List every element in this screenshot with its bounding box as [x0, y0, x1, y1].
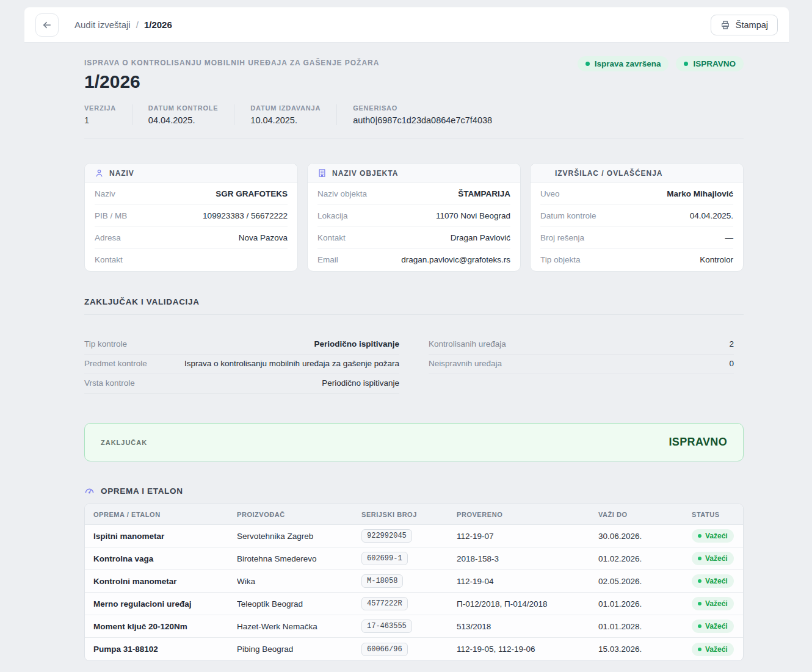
conclusion-banner: ZAKLJUČAK ISPRAVNO [84, 423, 744, 461]
cell-serial: 922992045 [361, 529, 457, 543]
meta-label: DATUM KONTROLE [148, 104, 218, 112]
validation-label: Vrsta kontrole [84, 378, 135, 388]
cell-valid-until: 30.06.2026. [598, 532, 692, 541]
meta-item: VERZIJA 1 [84, 104, 132, 125]
meta-value: 10.04.2025. [250, 115, 321, 125]
status-badge: ISPRAVNO [676, 56, 744, 71]
building-icon [317, 168, 327, 178]
cell-valid-until: 01.01.2026. [598, 599, 692, 609]
field-row: Email dragan.pavlovic@grafoteks.rs [317, 249, 510, 271]
field-label: Uveo [540, 189, 560, 198]
card-naziv: NAZIV Naziv SGR GRAFOTEKS PIB / MB 10992… [84, 163, 298, 272]
print-label: Štampaj [736, 20, 768, 30]
status-dot-icon [684, 62, 688, 66]
serial-chip: 602699-1 [361, 552, 408, 565]
cell-valid-until: 01.01.2028. [598, 622, 692, 631]
validation-divider [84, 314, 744, 315]
card-title: IZVRŠILAC / OVLAŠĆENJA [555, 169, 662, 178]
validation-label: Kontrolisanih uređaja [429, 339, 506, 349]
field-value: 04.04.2025. [690, 211, 733, 220]
cell-valid-until: 15.03.2026. [598, 645, 692, 654]
meta-row: VERZIJA 1 DATUM KONTROLE 04.04.2025. DAT… [84, 104, 744, 125]
field-value: 109923383 / 56672222 [203, 211, 288, 220]
arrow-left-icon [42, 20, 53, 31]
cell-checked: 112-19-04 [457, 577, 598, 586]
cell-manufacturer: Pibing Beograd [237, 645, 361, 654]
serial-chip: 4577222R [361, 597, 408, 610]
validation-label: Tip kontrole [84, 339, 127, 349]
cell-checked: 2018-158-3 [457, 554, 598, 563]
field-value: Nova Pazova [239, 233, 288, 242]
section-equipment-header: OPREMA I ETALON [84, 486, 744, 496]
field-row: Tip objekta Kontrolor [540, 249, 733, 271]
cell-checked: П-012/2018, П-014/2018 [457, 599, 598, 609]
validation-value: 2 [729, 339, 734, 349]
validation-row: Neispravnih uređaja 0 [429, 355, 734, 374]
column-header: PROIZVOĐAČ [237, 511, 361, 518]
field-row: Kontakt Dragan Pavlović [317, 227, 510, 249]
column-header: VAŽI DO [598, 511, 692, 518]
field-row: Adresa Nova Pazova [95, 227, 288, 249]
header-divider [84, 139, 744, 139]
field-row: Uveo Marko Mihajlović [540, 183, 733, 205]
column-header: PROVERENO [457, 511, 598, 518]
equipment-row: Merno regulacioni uređaj Teleoptik Beogr… [85, 593, 743, 615]
cell-manufacturer: Birotehna Smederevo [237, 554, 361, 563]
cell-serial: M-18058 [361, 574, 457, 588]
print-button[interactable]: Štampaj [711, 15, 778, 35]
equipment-row: Moment ključ 20-120Nm Hazet-Werk Nemačka… [85, 615, 743, 638]
validation-grid: Tip kontrole Periodično ispitivanje Pred… [84, 335, 744, 394]
cell-checked: 112-19-05, 112-19-06 [457, 645, 598, 654]
person-icon [95, 168, 104, 178]
status-badge: Važeći [692, 597, 734, 610]
breadcrumb-parent[interactable]: Audit izveštaji [74, 20, 131, 30]
cell-equipment-name: Ispitni manometar [93, 532, 237, 541]
equipment-row: Kontrolni manometar Wika M-18058 112-19-… [85, 570, 743, 593]
cell-equipment-name: Pumpa 31-88102 [93, 645, 237, 654]
status-badge: Važeći [692, 574, 734, 588]
cell-status: Važeći [692, 597, 734, 610]
validation-value: 0 [729, 359, 734, 368]
card-title: NAZIV [109, 169, 134, 178]
equipment-table-header: OPREMA / ETALONPROIZVOĐAČSERIJSKI BROJPR… [85, 504, 743, 525]
card-body: Naziv SGR GRAFOTEKS PIB / MB 109923383 /… [85, 183, 297, 271]
gauge-icon [84, 486, 95, 496]
status-badge: Važeći [692, 620, 734, 633]
meta-label: VERZIJA [84, 104, 116, 112]
cell-equipment-name: Merno regulacioni uređaj [93, 599, 237, 609]
status-dot-icon [585, 62, 590, 66]
cell-manufacturer: Teleoptik Beograd [237, 599, 361, 609]
field-label: Kontakt [95, 255, 123, 264]
column-header: STATUS [692, 511, 734, 518]
cell-status: Važeći [692, 529, 734, 543]
field-label: Datum kontrole [540, 211, 596, 220]
field-value: Dragan Pavlović [451, 233, 510, 242]
field-row: Datum kontrole 04.04.2025. [540, 205, 733, 227]
equipment-section-title: OPREMA I ETALON [101, 486, 183, 496]
validation-section-title: ZAKLJUČAK I VALIDACIJA [84, 297, 744, 306]
field-row: Kontakt [95, 249, 288, 271]
equipment-row: Ispitni manometar Servotehnika Zagreb 92… [85, 525, 743, 547]
meta-value: 1 [84, 115, 116, 125]
cell-serial: 60066/96 [361, 643, 457, 656]
meta-item: DATUM KONTROLE 04.04.2025. [132, 104, 234, 125]
cell-manufacturer: Hazet-Werk Nemačka [237, 622, 361, 631]
back-button[interactable] [35, 13, 59, 37]
report-document: ISPRAVA O KONTROLISANJU MOBILNIH UREĐAJA… [84, 43, 744, 672]
field-label: Tip objekta [540, 255, 581, 264]
field-value: Kontrolor [700, 255, 733, 264]
field-row: Naziv objekta ŠTAMPARIJA [317, 183, 510, 205]
validation-row: Tip kontrole Periodično ispitivanje [84, 335, 399, 355]
card-izvrsilac-ovlascenja: IZVRŠILAC / OVLAŠĆENJA Uveo Marko Mihajl… [530, 163, 744, 272]
field-value: 11070 Novi Beograd [436, 211, 510, 220]
serial-chip: 60066/96 [361, 643, 408, 656]
field-label: PIB / MB [95, 211, 127, 220]
cell-equipment-name: Kontrolni manometar [93, 577, 237, 586]
status-badges: Isprava završenaISPRAVNO [578, 56, 744, 71]
validation-left-column: Tip kontrole Periodično ispitivanje Pred… [84, 335, 399, 394]
cell-checked: 513/2018 [457, 622, 598, 631]
field-label: Naziv [95, 189, 115, 198]
breadcrumb-current: 1/2026 [144, 20, 172, 30]
field-row: Naziv SGR GRAFOTEKS [95, 183, 288, 205]
field-label: Email [317, 255, 338, 264]
